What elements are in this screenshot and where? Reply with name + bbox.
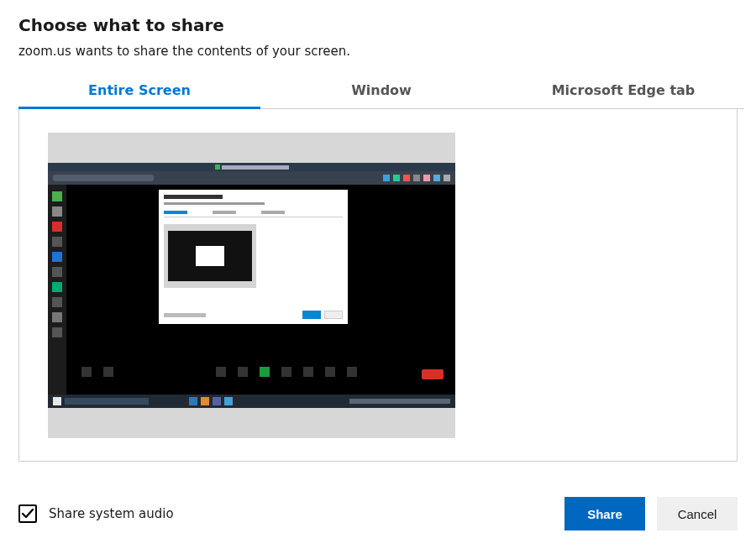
cancel-button[interactable]: Cancel xyxy=(657,497,738,530)
share-source-tabs: Entire Screen Window Microsoft Edge tab xyxy=(18,74,744,109)
tab-edge-tab[interactable]: Microsoft Edge tab xyxy=(502,74,744,108)
dialog-title: Choose what to share xyxy=(18,15,738,35)
share-audio-checkbox[interactable]: Share system audio xyxy=(18,504,174,523)
screen-thumbnail-1[interactable] xyxy=(48,133,455,438)
tab-window[interactable]: Window xyxy=(260,74,502,108)
dialog-subtitle: zoom.us wants to share the contents of y… xyxy=(18,44,738,59)
share-button[interactable]: Share xyxy=(564,497,645,530)
dialog-footer: Share system audio Share Cancel xyxy=(18,497,738,530)
tab-entire-screen[interactable]: Entire Screen xyxy=(18,74,260,108)
share-audio-label: Share system audio xyxy=(49,506,174,521)
screen-thumbnail-image xyxy=(48,163,455,408)
checkbox-checked-icon xyxy=(18,504,37,523)
share-preview-panel xyxy=(18,109,738,462)
